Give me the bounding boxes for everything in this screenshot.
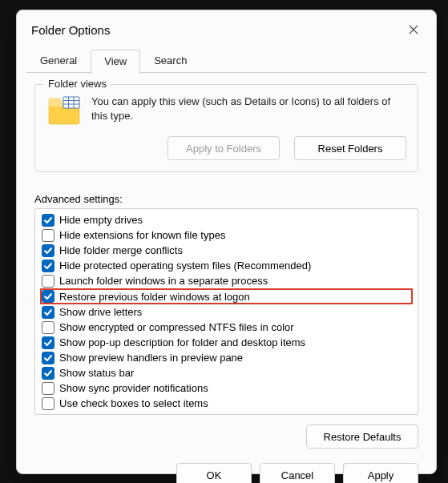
folder-views-group: Folder views [34, 84, 418, 172]
folder-views-description: You can apply this view (such as Details… [91, 95, 406, 123]
restore-defaults-label: Restore Defaults [324, 431, 402, 443]
list-item[interactable]: Hide protected operating system files (R… [40, 258, 413, 273]
list-item-label: Restore previous folder windows at logon [59, 291, 250, 303]
checkbox[interactable] [42, 290, 54, 303]
checkbox[interactable] [42, 244, 54, 257]
list-item[interactable]: Hide folder merge conflicts [40, 243, 413, 258]
advanced-settings-label: Advanced settings: [34, 193, 418, 205]
list-item-label: Hide protected operating system files (R… [59, 260, 311, 272]
list-item-label: Use check boxes to select items [59, 397, 208, 409]
svg-rect-0 [63, 97, 79, 108]
list-item-label: Hide extensions for known file types [59, 229, 225, 241]
folder-views-icon [46, 95, 82, 127]
apply-label: Apply [368, 469, 394, 481]
list-item[interactable]: Show drive letters [40, 304, 413, 320]
list-item[interactable]: Show pop-up description for folder and d… [40, 335, 413, 350]
ok-label: OK [207, 469, 222, 481]
tab-view[interactable]: View [91, 50, 140, 74]
list-item-label: Show preview handlers in preview pane [59, 352, 243, 364]
list-item-label: Launch folder windows in a separate proc… [59, 275, 268, 287]
folder-views-legend: Folder views [43, 78, 111, 90]
list-item-label: Show drive letters [59, 306, 142, 318]
apply-to-folders-label: Apply to Folders [186, 143, 261, 155]
list-item-label: Show pop-up description for folder and d… [59, 336, 305, 348]
checkbox[interactable] [42, 352, 54, 364]
checkbox[interactable] [42, 275, 54, 288]
list-item[interactable]: Show encrypted or compressed NTFS files … [40, 320, 413, 335]
dialog-footer: OK Cancel Apply [17, 455, 436, 483]
apply-button[interactable]: Apply [343, 463, 418, 483]
checkbox[interactable] [42, 306, 54, 319]
close-button[interactable] [402, 18, 425, 41]
list-item[interactable]: Hide empty drives [40, 212, 413, 227]
reset-folders-button[interactable]: Reset Folders [294, 136, 406, 160]
list-item[interactable]: Hide extensions for known file types [40, 227, 413, 243]
checkbox[interactable] [42, 382, 54, 395]
restore-defaults-button[interactable]: Restore Defaults [306, 425, 418, 449]
list-item[interactable]: Show sync provider notifications [40, 380, 413, 396]
close-icon [408, 24, 419, 35]
tab-bar: General View Search [26, 49, 426, 73]
reset-folders-label: Reset Folders [318, 143, 383, 155]
list-item[interactable]: Restore previous folder windows at logon [40, 288, 413, 304]
checkbox[interactable] [42, 214, 54, 227]
checkbox[interactable] [42, 367, 54, 380]
checkbox[interactable] [42, 260, 54, 272]
list-item[interactable]: Use check boxes to select items [40, 396, 413, 411]
checkbox[interactable] [42, 229, 54, 242]
checkbox[interactable] [42, 397, 54, 410]
tab-general[interactable]: General [26, 49, 91, 72]
list-item-label: Hide empty drives [59, 214, 143, 226]
cancel-label: Cancel [281, 469, 313, 481]
list-item-label: Hide folder merge conflicts [59, 244, 183, 256]
titlebar: Folder Options [17, 10, 436, 46]
folder-options-dialog: Folder Options General View Search Folde… [16, 10, 437, 474]
checkbox[interactable] [42, 321, 54, 334]
list-item-label: Show sync provider notifications [59, 382, 208, 394]
window-title: Folder Options [31, 23, 110, 37]
apply-to-folders-button[interactable]: Apply to Folders [167, 136, 280, 160]
ok-button[interactable]: OK [176, 463, 252, 483]
list-item-label: Show encrypted or compressed NTFS files … [59, 321, 294, 333]
checkbox[interactable] [42, 336, 54, 349]
list-item[interactable]: Launch folder windows in a separate proc… [40, 273, 413, 288]
list-item[interactable]: Show status bar [40, 365, 413, 380]
tab-search[interactable]: Search [140, 49, 200, 72]
list-item[interactable]: Show preview handlers in preview pane [40, 350, 413, 365]
list-item-label: Show status bar [59, 367, 134, 379]
advanced-settings-list[interactable]: Hide empty drivesHide extensions for kno… [34, 208, 418, 415]
cancel-button[interactable]: Cancel [260, 463, 335, 483]
